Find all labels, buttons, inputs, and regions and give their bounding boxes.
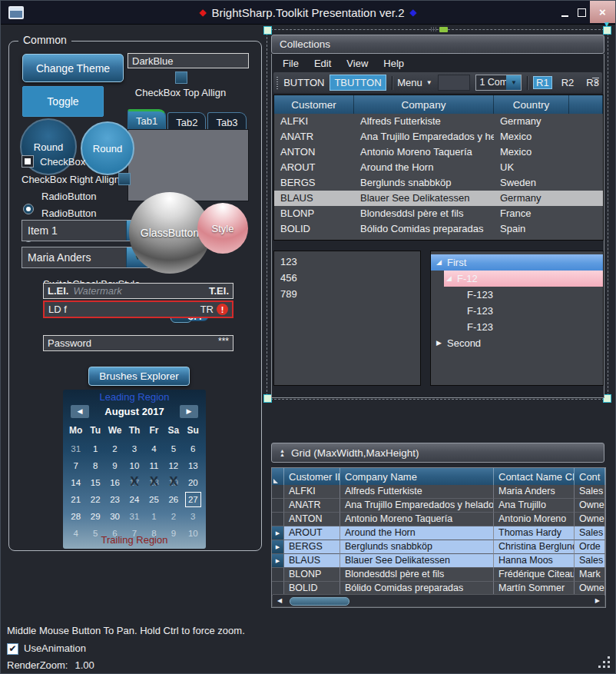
- radio-button-1[interactable]: [23, 204, 34, 214]
- tree-item[interactable]: F-123: [431, 319, 603, 335]
- calendar-prev-button[interactable]: ◀: [71, 405, 89, 418]
- style-glass-button[interactable]: Style: [197, 203, 248, 254]
- checkbox[interactable]: [22, 155, 34, 168]
- error-textbox[interactable]: LD f TR !: [43, 300, 233, 318]
- calendar-day[interactable]: 15: [85, 474, 104, 491]
- expander-expanded-icon[interactable]: ◢: [436, 254, 442, 271]
- calendar-day[interactable]: 20: [184, 474, 203, 491]
- calendar-day[interactable]: 16: [105, 474, 124, 491]
- calendar-day[interactable]: 3: [124, 440, 144, 457]
- table-row[interactable]: ▶BERGSBerglunds snabbköpChristina Berglu…: [272, 540, 605, 554]
- calendar-day[interactable]: 30: [105, 508, 124, 525]
- row-header[interactable]: ▶: [272, 526, 284, 540]
- scrollbar-thumb[interactable]: [290, 597, 349, 606]
- row-header[interactable]: [272, 499, 284, 513]
- table-row[interactable]: ANATRAna Trujillo Emparedados y helaMexi…: [274, 129, 603, 144]
- calendar-day[interactable]: 6: [184, 440, 203, 457]
- expander-expanded-icon[interactable]: ◢: [446, 271, 452, 287]
- toolbar-overflow-button[interactable]: ▼: [592, 78, 599, 85]
- tree-item[interactable]: ▶Second: [431, 335, 603, 351]
- row-header[interactable]: ▶: [272, 540, 284, 554]
- checkbox-top-align[interactable]: [175, 71, 187, 84]
- calendar-day[interactable]: 19: [164, 474, 183, 491]
- calendar-day[interactable]: 2: [105, 440, 124, 457]
- menu-item-help[interactable]: Help: [376, 55, 412, 71]
- list-item[interactable]: 123: [274, 254, 420, 270]
- calendar-day[interactable]: 7: [66, 457, 85, 474]
- calendar-day[interactable]: 18: [144, 474, 164, 491]
- datagrid-select-all-corner[interactable]: [272, 468, 284, 485]
- row-header[interactable]: [272, 485, 284, 499]
- calendar-day[interactable]: 2: [164, 508, 183, 525]
- checkbox-right-align[interactable]: [118, 173, 131, 185]
- column-header[interactable]: Customer: [274, 95, 354, 114]
- row-header[interactable]: [272, 513, 284, 526]
- calendar-day[interactable]: 14: [66, 474, 85, 491]
- calendar-day[interactable]: 5: [164, 440, 183, 457]
- table-row[interactable]: BLAUSBlauer See DelikatessenGermany: [274, 191, 603, 206]
- menu-item-file[interactable]: File: [275, 55, 306, 71]
- toolbar-radio-r2[interactable]: R2: [558, 76, 578, 89]
- calendar-day[interactable]: 12: [164, 457, 183, 474]
- calendar-day[interactable]: 21: [66, 491, 85, 508]
- selection-handle[interactable]: [603, 26, 611, 35]
- maximize-button[interactable]: [573, 1, 590, 24]
- calendar-next-button[interactable]: ▶: [180, 405, 198, 418]
- menu-item-edit[interactable]: Edit: [306, 55, 339, 71]
- table-row[interactable]: ALFKIAlfreds FutterkisteGermany: [274, 114, 603, 129]
- table-row[interactable]: BOLIDBólido Comidas preparadasSpain: [274, 221, 603, 237]
- toolbar-button[interactable]: BUTTON: [283, 77, 324, 88]
- calendar-day[interactable]: 28: [66, 508, 85, 525]
- table-row[interactable]: ▶BLAUSBlauer See DelikatessenHanna MoosS…: [272, 554, 605, 568]
- theme-input[interactable]: DarkBlue: [128, 53, 249, 68]
- toolbar-radio-r1[interactable]: R1: [533, 76, 552, 89]
- table-row[interactable]: ANTONAntonio Moreno TaqueríaMexico: [274, 144, 603, 160]
- toolbar-grip-icon[interactable]: [277, 77, 278, 89]
- resize-grip-icon[interactable]: [608, 666, 610, 668]
- chevron-down-icon[interactable]: ▼: [506, 75, 521, 90]
- combobox-contact[interactable]: Maria Anders ▼: [22, 247, 150, 268]
- calendar-day[interactable]: 1: [85, 440, 104, 457]
- menu-item-view[interactable]: View: [339, 55, 376, 71]
- round-button-2[interactable]: Round: [81, 121, 134, 175]
- toolbar-menu-button[interactable]: Menu ▼: [397, 77, 432, 88]
- calendar-day[interactable]: 29: [85, 508, 104, 525]
- table-row[interactable]: BLONPBlondesddsl père et filsFrance: [274, 206, 603, 221]
- grid-expander-header[interactable]: ▲▲ Grid (MaxWidth,MaxHeight): [271, 443, 604, 463]
- close-button[interactable]: ×: [590, 1, 615, 23]
- calendar-day[interactable]: 31: [124, 508, 144, 525]
- collections-expander-header[interactable]: Collections: [271, 35, 604, 54]
- brushes-explorer-button[interactable]: Brushes Explorer: [88, 367, 190, 386]
- table-row[interactable]: ANATRAna Trujillo Emparedados y heladosA…: [272, 499, 605, 513]
- selection-handle[interactable]: [263, 26, 272, 35]
- tree-item[interactable]: ◢First: [431, 254, 603, 271]
- calendar-day[interactable]: 10: [124, 457, 144, 474]
- calendar-day[interactable]: 8: [85, 457, 104, 474]
- table-row[interactable]: BERGSBerglunds snabbköpSweden: [274, 175, 603, 191]
- calendar-day[interactable]: 27: [184, 491, 203, 508]
- expander-collapsed-icon[interactable]: ▶: [436, 335, 442, 351]
- calendar-day[interactable]: 24: [124, 491, 144, 508]
- column-header[interactable]: Country: [494, 95, 569, 114]
- column-header[interactable]: Contact Name CN: [494, 468, 575, 485]
- tree-item[interactable]: F-123: [431, 287, 603, 303]
- list-item[interactable]: 456: [274, 270, 420, 286]
- calendar-day[interactable]: 23: [105, 491, 124, 508]
- calendar-day[interactable]: 31: [66, 440, 85, 457]
- calendar-day[interactable]: 13: [184, 457, 203, 474]
- calendar-day[interactable]: 11: [144, 457, 164, 474]
- calendar-day[interactable]: 3: [184, 508, 203, 525]
- toolbar-combobox[interactable]: 1 Com ▼: [475, 75, 522, 91]
- scroll-left-icon[interactable]: ◀: [277, 597, 282, 604]
- row-header[interactable]: ▶: [272, 554, 284, 568]
- tree-item[interactable]: F-123: [431, 303, 603, 319]
- calendar-day[interactable]: 25: [144, 491, 164, 508]
- calendar-day[interactable]: 1: [144, 508, 164, 525]
- watermark-textbox[interactable]: L.El. Watermark T.El.: [43, 283, 233, 299]
- calendar-day[interactable]: 26: [164, 491, 183, 508]
- calendar-day[interactable]: 22: [85, 491, 104, 508]
- password-field[interactable]: Password ***: [43, 335, 233, 351]
- table-row[interactable]: AROUTAround the HornUK: [274, 160, 603, 175]
- calendar-day[interactable]: 4: [144, 440, 164, 457]
- change-theme-button[interactable]: Change Theme: [22, 54, 124, 82]
